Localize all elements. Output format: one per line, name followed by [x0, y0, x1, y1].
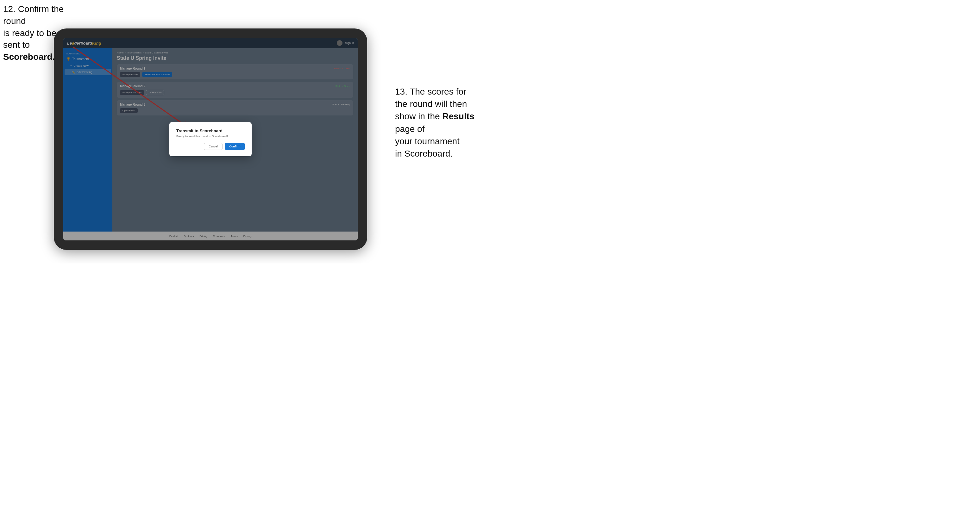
tablet-screen: LeaderboardKing Sign In MAIN MENU 🏆 Tour… — [63, 38, 358, 240]
modal-confirm-button[interactable]: Confirm — [225, 143, 245, 150]
modal-subtitle: Ready to send this round to Scoreboard? — [176, 135, 245, 138]
annotation-top-left: 12. Confirm the round is ready to be sen… — [3, 3, 73, 63]
modal-buttons: Cancel Confirm — [176, 143, 245, 150]
annotation-bottom-right: 13. The scores for the round will then s… — [395, 86, 484, 160]
modal-cancel-button[interactable]: Cancel — [204, 143, 222, 150]
tablet-device: LeaderboardKing Sign In MAIN MENU 🏆 Tour… — [54, 29, 367, 250]
modal-overlay: Transmit to Scoreboard Ready to send thi… — [63, 38, 358, 240]
transmit-modal: Transmit to Scoreboard Ready to send thi… — [169, 122, 251, 156]
modal-title: Transmit to Scoreboard — [176, 129, 245, 133]
